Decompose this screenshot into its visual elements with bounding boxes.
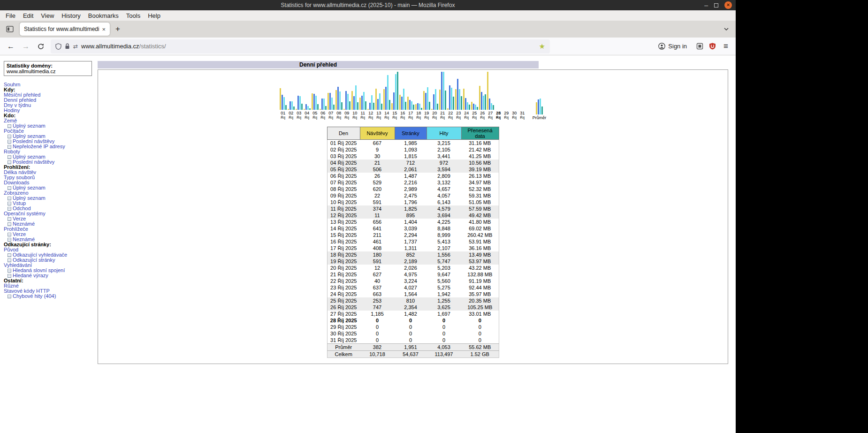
table-cell: 08 Říj 2025 <box>327 186 360 192</box>
table-row-15-j-2025: 15 Říj 20252112,2948,999260.42 MB <box>327 232 499 238</box>
table-cell: 2,061 <box>395 166 426 173</box>
bar-hity <box>355 85 357 110</box>
close-icon[interactable]: × <box>724 1 732 9</box>
table-cell: 4,657 <box>426 186 461 192</box>
table-cell: 5,560 <box>426 278 461 284</box>
menu-tools[interactable]: Tools <box>122 11 144 20</box>
table-cell: 1,255 <box>426 297 461 304</box>
table-row-13-j-2025: 13 Říj 20256561,4044,22541.80 MB <box>327 219 499 225</box>
x-axis-label: 14Říj <box>384 111 389 120</box>
chart-group-day-05: 05Říj <box>312 72 319 120</box>
tab-statistics[interactable]: Statistics for www.allmultimedi × <box>20 23 110 36</box>
table-cell: 747 <box>360 304 395 311</box>
table-cell: 34.97 MB <box>461 179 499 186</box>
table-cell: 3,694 <box>426 212 461 219</box>
list-icon <box>8 274 11 278</box>
tab-close-icon[interactable]: × <box>99 26 106 33</box>
table-header-row: DenNávštěvyStránkyHityPřenesená data <box>327 127 499 140</box>
firefox-view-icon[interactable] <box>4 23 16 35</box>
menu-view[interactable]: View <box>37 11 58 20</box>
bar-str-nky <box>473 104 474 110</box>
list-icon <box>8 253 11 257</box>
x-axis-label: 03Říj <box>297 111 301 120</box>
table-cell: 1,737 <box>395 238 426 245</box>
sidebar-nav: SouhrnKdy:Měsíční přehledDenní přehledDn… <box>4 82 98 299</box>
bookmark-star-icon[interactable]: ★ <box>539 42 545 51</box>
table-cell: 2,294 <box>395 232 426 238</box>
table-cell: 10.56 MB <box>461 160 499 166</box>
table-cell: 03 Říj 2025 <box>327 153 360 160</box>
table-cell: 36.16 MB <box>461 245 499 251</box>
bar-str-nky <box>337 87 339 110</box>
table-cell: 41.25 MB <box>461 153 499 160</box>
menu-bookmarks[interactable]: Bookmarks <box>84 11 122 20</box>
list-icon <box>8 124 11 128</box>
table-cell: 895 <box>395 212 426 219</box>
sidebar-item-chybov-hity-404[interactable]: Chybové hity (404) <box>4 294 98 299</box>
list-icon <box>8 269 11 273</box>
page-content: Statistiky domény: www.allmultimedia.cz … <box>0 55 736 364</box>
tab-bar: Statistics for www.allmultimedi × + <box>0 21 736 38</box>
back-icon[interactable]: ← <box>4 42 18 51</box>
chart-group-day-13: 13Říj <box>375 72 382 120</box>
table-cell: Celkem <box>327 351 360 358</box>
table-cell: 1,942 <box>426 291 461 297</box>
table-row-23-j-2025: 23 Říj 20256374,0275,27592.44 MB <box>327 284 499 291</box>
daily-bar-chart: 01Říj02Říj03Říj04Říj05Říj06Říj07Říj08Říj… <box>98 72 728 120</box>
lock-icon[interactable] <box>65 43 70 49</box>
bar-n-v-t-vy <box>327 93 329 110</box>
bar-n-v-t-vy <box>312 93 313 110</box>
x-axis-label: 29Říj <box>504 111 509 120</box>
shield-icon[interactable] <box>55 43 61 50</box>
url-bar[interactable]: ⇄ www.allmultimedia.cz/statistics/ ★ <box>51 39 550 53</box>
x-axis-label: Průměr <box>533 115 547 120</box>
url-domain: www.allmultimedia.cz <box>81 43 139 50</box>
signin-button[interactable]: Sign in <box>655 41 691 52</box>
table-row-04-j-2025: 04 Říj 20252171297210.56 MB <box>327 160 499 166</box>
menu-history[interactable]: History <box>58 11 84 20</box>
bar-p-enesen-data-mb <box>429 102 430 110</box>
table-cell: 1,093 <box>395 146 426 153</box>
main-report: Denní přehled 01Říj02Říj03Říj04Říj05Říj0… <box>98 59 736 364</box>
x-axis-label: 06Říj <box>320 111 325 120</box>
table-cell: 5,413 <box>426 238 461 245</box>
new-tab-button[interactable]: + <box>110 24 126 34</box>
bar-p-enesen-data-mb <box>405 102 406 110</box>
sidebar-item-hodiny[interactable]: Hodiny <box>4 108 98 113</box>
x-axis-label: 17Říj <box>408 111 413 120</box>
person-icon <box>658 43 665 50</box>
sidebar-item-souhrn[interactable]: Souhrn <box>4 82 98 87</box>
table-cell: 253 <box>360 297 395 304</box>
table-cell: 2,989 <box>395 186 426 192</box>
bar-n-v-t-vy <box>335 90 337 110</box>
table-cell: 641 <box>360 225 395 232</box>
table-cell: 1,487 <box>395 173 426 179</box>
tab-list-chevron-icon[interactable] <box>723 27 732 31</box>
restore-icon[interactable] <box>714 3 718 8</box>
bar-str-nky <box>433 94 434 110</box>
table-cell: 69.02 MB <box>461 225 499 232</box>
table-cell: 92.44 MB <box>461 284 499 291</box>
tab-title: Statistics for www.allmultimedi <box>24 26 99 32</box>
bar-str-nky <box>345 91 347 110</box>
table-cell: 3,224 <box>395 278 426 284</box>
menu-file[interactable]: File <box>2 11 19 20</box>
bar-str-nky <box>385 87 387 110</box>
list-icon <box>8 145 11 149</box>
reload-icon[interactable] <box>34 43 48 50</box>
x-axis-label: 24Říj <box>464 111 469 120</box>
table-cell: 40 <box>360 278 395 284</box>
table-cell: 53.97 MB <box>461 258 499 265</box>
forward-icon[interactable]: → <box>19 42 33 51</box>
table-cell: 105.25 MB <box>461 304 499 311</box>
hamburger-menu-icon[interactable]: ≡ <box>722 42 730 51</box>
minimize-icon[interactable]: – <box>704 3 708 7</box>
menu-edit[interactable]: Edit <box>19 11 37 20</box>
table-cell: 4,027 <box>395 284 426 291</box>
table-cell: 1,185 <box>360 311 395 317</box>
extensions-icon[interactable] <box>696 43 703 50</box>
menu-help[interactable]: Help <box>144 11 164 20</box>
connection-icon[interactable]: ⇄ <box>73 43 78 50</box>
table-cell: 59.31 MB <box>461 192 499 199</box>
ublock-icon[interactable] <box>709 43 716 50</box>
